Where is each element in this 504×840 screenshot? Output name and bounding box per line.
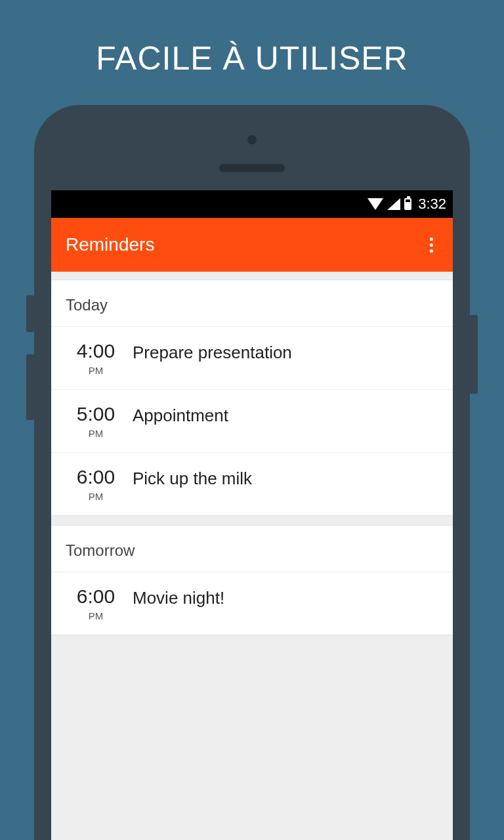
section-header: Today (51, 280, 453, 326)
reminder-time-ampm: PM (66, 365, 126, 376)
reminder-title: Pick up the milk (133, 467, 252, 489)
section-tomorrow: Tomorrow 6:00 PM Movie night! (51, 525, 453, 635)
reminder-title: Movie night! (133, 587, 224, 608)
reminder-time: 4:00 PM (66, 341, 126, 376)
status-clock: 3:32 (418, 196, 446, 213)
battery-icon (404, 198, 411, 210)
reminder-time: 5:00 PM (66, 404, 126, 439)
phone-camera (247, 135, 257, 144)
signal-icon (387, 198, 400, 210)
reminder-time-value: 5:00 (66, 404, 126, 424)
reminder-item[interactable]: 4:00 PM Prepare presentation (51, 326, 453, 389)
reminder-item[interactable]: 6:00 PM Pick up the milk (51, 452, 453, 515)
reminder-title: Appointment (133, 404, 228, 426)
reminder-item[interactable]: 6:00 PM Movie night! (51, 572, 453, 635)
app-title: Reminders (66, 234, 154, 255)
reminder-time: 6:00 PM (66, 467, 126, 502)
reminder-time-ampm: PM (66, 428, 126, 439)
overflow-menu-button[interactable] (425, 232, 438, 258)
promo-headline: FACILE À UTILISER (0, 0, 504, 77)
reminder-time-value: 6:00 (66, 587, 126, 606)
status-bar: 3:32 (51, 190, 453, 218)
section-header: Tomorrow (51, 526, 453, 572)
phone-frame: 3:32 Reminders Today 4:00 PM Prepare pre… (34, 105, 470, 840)
reminder-list: Today 4:00 PM Prepare presentation 5:00 … (51, 280, 453, 635)
phone-side-button (470, 315, 478, 394)
section-today: Today 4:00 PM Prepare presentation 5:00 … (51, 280, 453, 516)
reminder-item[interactable]: 5:00 PM Appointment (51, 389, 453, 452)
wifi-icon (368, 198, 383, 210)
app-bar: Reminders (51, 218, 453, 272)
phone-speaker (219, 164, 285, 172)
reminder-time: 6:00 PM (66, 587, 126, 621)
phone-side-button (26, 354, 34, 420)
reminder-time-ampm: PM (66, 491, 126, 502)
reminder-time-value: 4:00 (66, 341, 126, 361)
reminder-time-ampm: PM (66, 610, 126, 621)
reminder-title: Prepare presentation (133, 341, 292, 363)
screen: 3:32 Reminders Today 4:00 PM Prepare pre… (51, 190, 453, 840)
reminder-time-value: 6:00 (66, 467, 126, 487)
phone-side-button (26, 295, 34, 332)
